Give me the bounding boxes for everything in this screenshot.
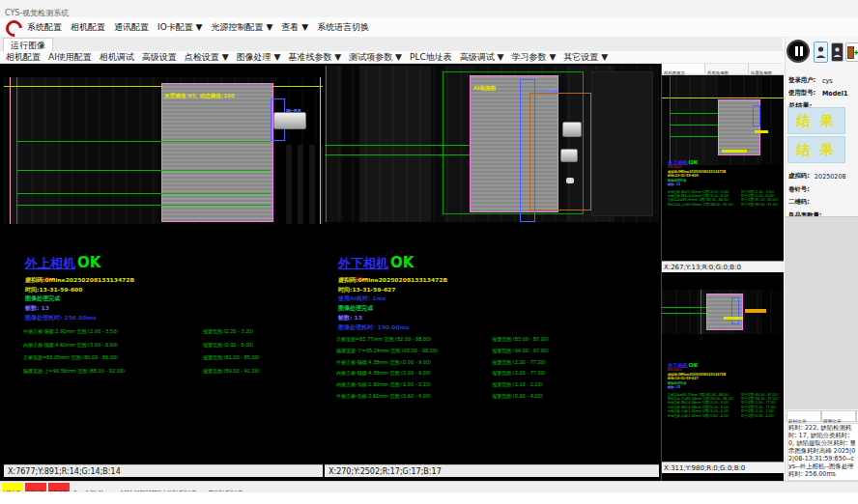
small-top-coords-bar: X:267;Y:13;R:0;G:0;B:0 (662, 261, 784, 272)
overlay-pink-line (10, 77, 11, 224)
menu-comm-config[interactable]: 通讯配置 (114, 21, 149, 34)
user-button[interactable] (814, 42, 828, 63)
tape-clip-shape (560, 149, 578, 162)
menu-bar: 系统配置 相机配置 通讯配置 IO卡配置 ▼ 光源控制配置 ▼ 查看 ▼ 系统语… (0, 17, 858, 38)
menu-camera-config[interactable]: 相机配置 (71, 21, 105, 34)
pause-icon (800, 46, 803, 56)
roi-blue-rect (753, 105, 760, 126)
measurement-rows: 正极宽度=83.77mm 范围:(82.00 - 88.00)报警范围:(83.… (336, 336, 660, 405)
tool-learning-params[interactable]: 学习参数 ▼ (512, 51, 557, 64)
menu-language-switch[interactable]: 系统语言切换 (317, 21, 369, 34)
processing-done: 图像处理完成 (25, 294, 329, 304)
menu-system-config[interactable]: 系统配置 (27, 21, 62, 34)
ai-time: 使用AI耗时: 1ms (338, 294, 643, 304)
roi-blue-rect (731, 297, 739, 324)
exit-button[interactable] (845, 42, 858, 62)
overlay-green-hline (662, 307, 706, 308)
mid-camera-image[interactable]: AI检测图 123.60 (325, 66, 659, 222)
menu-io-config[interactable]: IO卡配置 ▼ (157, 21, 203, 34)
right-panel: 登录用户:cys 使用型号:Model1 总结果: 结 果 结 果 虚拟码:20… (785, 37, 858, 481)
roi-product-rect (161, 83, 273, 222)
admin-button[interactable] (831, 42, 844, 62)
lower-camera-check-link[interactable]: 下相机|点检结果 (209, 483, 266, 491)
overlay-green-hline (670, 136, 718, 137)
virtual-code-value: 20250208 (815, 173, 846, 180)
info-log-area[interactable]: 耗时: 222, 缺陷检测耗时: 17, 缺陷分类耗时: 0, 缺陷提取分区耗时… (787, 423, 858, 481)
overlay-yellow-mark (724, 317, 743, 320)
machine-dark-bars (286, 145, 323, 224)
tool-camera-config[interactable]: 相机配置 (6, 51, 41, 64)
pause-button[interactable] (786, 40, 810, 63)
tab-timing-info[interactable]: 耗时信息 (786, 410, 821, 422)
processing-time: 图像处理耗时: 140.00ms (338, 322, 643, 332)
overlay-yellow-vline (320, 77, 321, 224)
title-bar: CYS-视觉检测系统 (0, 0, 858, 18)
left-view-coords-bar: X:7677;Y:891;R:14;G:14;B:14 (4, 464, 323, 477)
result-status: OK (390, 254, 414, 271)
small-bottom-view: 外下相机OK NG:0|0|0 虚拟码:0ffline2025020813313… (661, 272, 784, 481)
menu-view[interactable]: 查看 ▼ (281, 21, 308, 34)
menu-light-config[interactable]: 光源控制配置 ▼ (212, 21, 273, 34)
left-camera-image[interactable]: 灰度阈值:93, 动态阈值:100 距:88 (4, 77, 323, 224)
tab-camera-image[interactable]: 相机图显示 (662, 64, 705, 73)
tool-camera-debug[interactable]: 相机调试 (100, 51, 134, 64)
bright-spot (566, 178, 574, 183)
tab-alarm-info[interactable]: 报警信息 (821, 410, 856, 422)
user-icon (815, 45, 826, 59)
measurement-rows: 外侧正极-隔膜:2.91mm 范围:(2.00 - 3.50)报警范围:(2.2… (23, 328, 347, 381)
overlay-yellow-hline (662, 98, 784, 98)
tool-plc-address[interactable]: PLC地址表 (410, 51, 452, 64)
overlay-green-hline (325, 154, 470, 155)
virtual-code: 虚拟码:0ffline2025020813313472B (338, 275, 643, 285)
tool-advanced-settings[interactable]: 高级设置 (142, 51, 177, 64)
result-badge-top: 结 果 (787, 107, 845, 134)
camera-link-indicator: 相机连接 (25, 483, 46, 491)
overlay-green-hline (16, 141, 271, 142)
overlay-yellow-mark (722, 150, 747, 153)
timing-log-text: 耗时: 222, 缺陷检测耗时: 17, 缺陷分类耗时: 0, 缺陷提取分区耗时… (788, 424, 856, 478)
processing-time: 图像处理耗时: 256.00ms (25, 313, 329, 322)
heartbeat-indicator: 心跳信号 (2, 483, 23, 491)
small-top-image[interactable] (662, 76, 784, 165)
measurement-row: 内侧正极-负极:1.90mm 范围:(1.00 - 2.20)报警范围:(1.1… (336, 381, 660, 393)
small-top-view: 相机图显示 所有角视图 轮廓角视图 外上相机OK NG:0|0|0 虚拟码:0f… (661, 64, 784, 272)
status-bar: 心跳信号 相机连接 通讯状态 Cpu: 0.0% Memory: 3424.41… (0, 481, 858, 492)
processing-done: 图像处理完成 (338, 303, 643, 313)
tab-all-corners[interactable]: 所有角视图 (705, 64, 749, 73)
toolbar: 相机配置 AI使用配置 相机调试 高级设置 点检设置 ▼ 图像处理 ▼ 基准线参… (0, 51, 783, 64)
small-bottom-image[interactable] (662, 290, 784, 334)
model-value[interactable]: Model1 (822, 90, 847, 97)
tool-image-processing[interactable]: 图像处理 ▼ (237, 51, 281, 64)
tool-advanced-debug[interactable]: 高级调试 ▼ (460, 51, 504, 64)
frame-count: 帧数: 13 (338, 313, 643, 322)
tool-other-settings[interactable]: 其它设置 ▼ (563, 51, 608, 64)
tool-spot-check[interactable]: 点检设置 ▼ (185, 51, 229, 64)
result-header-block: 虚拟码:0ffline2025020813313472B 时间:13-31-59… (338, 275, 643, 332)
overlay-green-hline (662, 313, 706, 314)
measurement-row: 隔膜宽度-下=95.24mm 范围:(93.00 - 98.00)报警范围:(9… (336, 348, 660, 359)
measurement-row: 外侧正极-隔膜:2.91mm 范围:(2.00 - 3.50)报警范围:(2.2… (23, 328, 347, 342)
overlay-yellow-mark (755, 130, 768, 133)
frame-count: 帧数: 13 (25, 303, 329, 313)
pause-icon (795, 46, 798, 56)
measurement-row: 内侧正极-隔膜:4.60mm 范围:(3.00 - 6.00)报警范围:(0.0… (23, 342, 347, 355)
measurement-row: 外侧正极-负极:2.61mm 范围:(0.60 - 4.00)报警范围:(0.6… (668, 413, 789, 417)
menu-items: 系统配置 相机配置 通讯配置 IO卡配置 ▼ 光源控制配置 ▼ 查看 ▼ 系统语… (27, 17, 369, 37)
overlay-threshold-text: 灰度阈值:93, 动态阈值:100 (164, 85, 265, 103)
overlay-yellow-mark (745, 309, 766, 313)
tool-baseline-params[interactable]: 基准线参数 ▼ (288, 51, 341, 64)
capture-time: 时间:13-31-59-600 (25, 285, 329, 294)
mid-camera-view: AI检测图 123.60 外下相机OK NG:0|0|0 虚拟码:0ffline… (325, 64, 659, 477)
mini-result-block: 外下相机OK NG:0|0|0 虚拟码:0ffline2025020813313… (668, 363, 789, 418)
measurement-row: 隔膜宽度-上=90.56mm 范围:(88.00 - 92.00)报警范围:(8… (668, 203, 789, 207)
tool-ai-config[interactable]: AI使用配置 (48, 51, 92, 64)
overlay-green-hline (670, 113, 718, 114)
measurement-row: 外侧正极-负极:2.61mm 范围:(0.60 - 4.00)报警范围:(0.6… (336, 393, 660, 405)
overlay-green-vline (670, 76, 671, 165)
overlay-green-hline (670, 125, 718, 126)
comm-link-indicator: 通讯状态 (48, 483, 70, 491)
measurement-row: 外侧正极-隔膜:4.38mm 范围:(0.00 - 9.00)报警范围:(2.0… (336, 359, 660, 371)
mini-result-block: 外上相机OK NG:0|0|0 虚拟码:0ffline2025020813313… (668, 160, 789, 207)
tool-test-params[interactable]: 测试项参数 ▼ (349, 51, 402, 64)
exit-door-icon (847, 46, 858, 59)
